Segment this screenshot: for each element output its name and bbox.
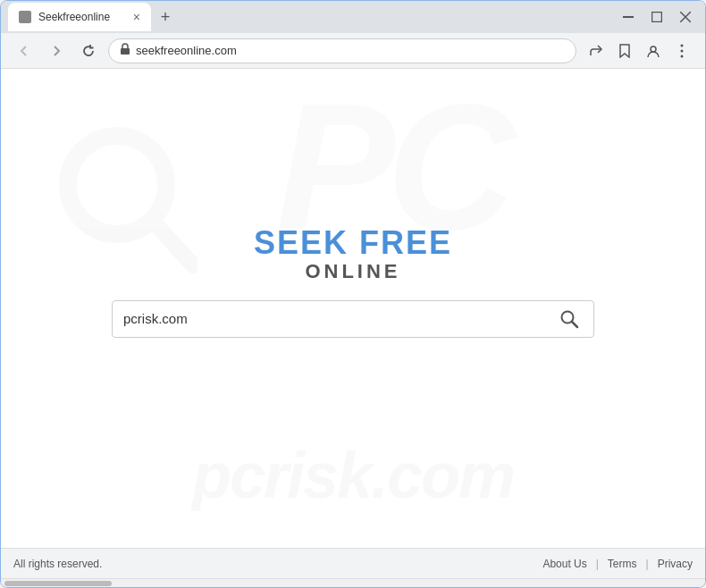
- search-button[interactable]: [556, 309, 583, 329]
- svg-point-8: [681, 49, 684, 52]
- tab-bar: Seekfreeonline × +: [8, 1, 612, 33]
- active-tab[interactable]: Seekfreeonline ×: [8, 3, 151, 31]
- profile-button[interactable]: [641, 38, 666, 63]
- page-content: PC pcrisk.com SEEK FREE ONLINE: [1, 69, 705, 548]
- svg-point-7: [681, 44, 684, 46]
- svg-rect-1: [623, 16, 634, 18]
- url-bar[interactable]: seekfreeonline.com: [108, 38, 576, 63]
- new-tab-button[interactable]: +: [153, 4, 178, 29]
- watermark-url-text: pcrisk.com: [1, 439, 705, 512]
- search-input[interactable]: [123, 311, 556, 326]
- title-bar: Seekfreeonline × +: [1, 1, 705, 33]
- toolbar-icons: [584, 38, 694, 63]
- separator-1: |: [596, 558, 599, 570]
- tab-favicon: [19, 11, 31, 23]
- minimize-button[interactable]: [616, 4, 641, 29]
- forward-button[interactable]: [44, 38, 69, 63]
- main-content: SEEK FREE ONLINE: [112, 225, 594, 338]
- footer-copyright: All rights reserved.: [13, 558, 542, 570]
- svg-rect-5: [121, 48, 130, 55]
- reload-button[interactable]: [76, 38, 101, 63]
- scrollbar-thumb[interactable]: [4, 581, 112, 586]
- tab-close-button[interactable]: ×: [133, 11, 140, 23]
- close-button[interactable]: [673, 4, 698, 29]
- svg-point-0: [21, 13, 29, 21]
- svg-point-6: [651, 46, 656, 52]
- bookmark-button[interactable]: [612, 38, 637, 63]
- svg-point-10: [68, 136, 166, 234]
- privacy-link[interactable]: Privacy: [658, 558, 693, 570]
- address-bar: seekfreeonline.com: [1, 33, 705, 69]
- about-us-link[interactable]: About Us: [542, 558, 586, 570]
- footer-links: About Us | Terms | Privacy: [542, 558, 693, 570]
- footer: All rights reserved. About Us | Terms | …: [1, 548, 705, 578]
- lock-icon: [120, 43, 130, 58]
- svg-line-13: [572, 322, 577, 327]
- svg-rect-2: [652, 13, 662, 22]
- copyright-text: All rights reserved.: [13, 558, 102, 570]
- svg-point-9: [681, 55, 684, 57]
- terms-link[interactable]: Terms: [608, 558, 637, 570]
- browser-window: Seekfreeonline × +: [0, 0, 706, 588]
- menu-button[interactable]: [669, 38, 694, 63]
- separator-2: |: [646, 558, 649, 570]
- tab-title: Seekfreeonline: [38, 11, 126, 23]
- logo-line1: SEEK FREE: [254, 225, 452, 261]
- maximize-button[interactable]: [644, 4, 669, 29]
- search-bar[interactable]: [112, 300, 594, 338]
- scrollbar-area: [1, 578, 705, 587]
- logo-line2: ONLINE: [254, 261, 452, 282]
- share-button[interactable]: [584, 38, 609, 63]
- window-controls: [616, 4, 698, 29]
- url-text: seekfreeonline.com: [136, 44, 237, 57]
- site-logo: SEEK FREE ONLINE: [254, 225, 452, 282]
- back-button[interactable]: [12, 38, 37, 63]
